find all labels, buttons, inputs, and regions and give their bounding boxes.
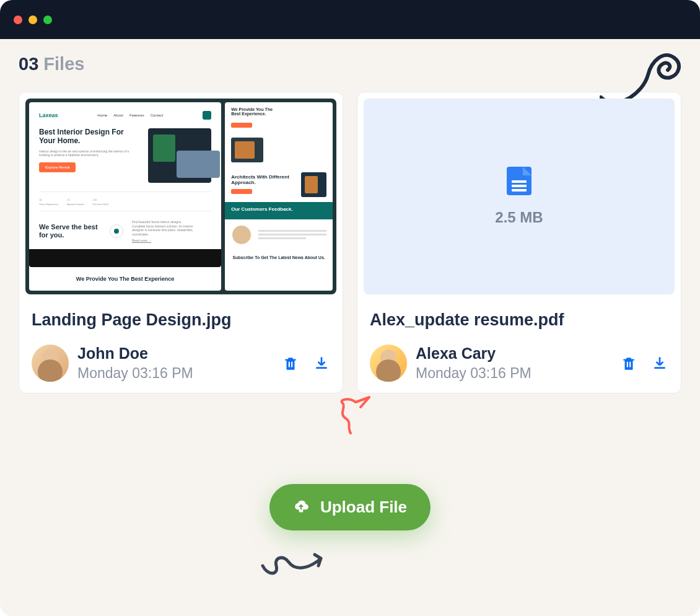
mock-feedback-title: Our Customers Feedback. xyxy=(231,207,326,213)
mock-avatar-icon xyxy=(231,224,252,245)
mock-brand-logo: Laxeas xyxy=(39,112,58,118)
mock-right-heading: We Provide You The Best Experience. xyxy=(231,107,273,116)
user-avatar xyxy=(32,345,69,382)
mock-right-image xyxy=(231,138,263,162)
zoom-window-dot[interactable] xyxy=(43,15,52,24)
page-title: 03 Files xyxy=(19,54,681,74)
cloud-upload-icon xyxy=(293,499,309,516)
file-thumbnail[interactable]: Laxeas Home About Features Contact xyxy=(25,99,336,294)
upload-button-label: Upload File xyxy=(320,498,407,517)
mock-subscribe-title: Subscribe To Get The Latest News About U… xyxy=(225,250,333,265)
mock-read-more: Read more → xyxy=(132,239,194,243)
mock-serve-desc: Find beautiful home interior designs. Co… xyxy=(132,220,194,236)
mock-hero-image xyxy=(148,128,211,183)
content-area: 03 Files Laxeas Home About xyxy=(0,39,700,394)
mock-nav-item: About xyxy=(113,113,123,117)
file-owner: Alexa Cary xyxy=(416,345,611,363)
file-card: 2.5 MB Alex_update resume.pdf Alexa Cary… xyxy=(357,92,681,394)
titlebar xyxy=(0,0,700,39)
trash-icon xyxy=(621,355,637,371)
trash-icon xyxy=(282,355,299,371)
delete-button[interactable] xyxy=(282,354,299,372)
mock-decor-circle-icon xyxy=(110,224,123,238)
file-owner: John Doe xyxy=(77,345,273,363)
thumbnail-mock-page: Laxeas Home About Features Contact xyxy=(25,99,336,294)
close-window-dot[interactable] xyxy=(14,15,22,24)
document-file-icon xyxy=(507,167,532,195)
decorative-squiggle-icon xyxy=(328,396,372,434)
delete-button[interactable] xyxy=(620,354,637,372)
file-thumbnail[interactable]: 2.5 MB xyxy=(364,99,675,294)
user-avatar xyxy=(370,345,407,382)
download-icon xyxy=(313,355,330,371)
mock-hero-subtitle: Interior design is the art and science o… xyxy=(39,149,132,157)
file-date: Monday 03:16 PM xyxy=(77,365,273,382)
file-cards-row: Laxeas Home About Features Contact xyxy=(19,92,681,394)
decorative-swirl-icon xyxy=(600,46,684,102)
mock-hamburger-icon xyxy=(203,111,211,120)
file-name: Alex_update resume.pdf xyxy=(370,310,668,330)
download-icon xyxy=(652,355,668,371)
mock-hero-title: Best Interior Design For Your Home. xyxy=(39,128,139,146)
mock-cta-button: Explore Rental xyxy=(39,162,76,172)
decorative-arrow-icon xyxy=(259,547,331,579)
page-title-text: Files xyxy=(38,54,84,74)
file-size: 2.5 MB xyxy=(495,209,543,226)
file-date: Monday 03:16 PM xyxy=(416,365,611,382)
app-window: 03 Files Laxeas Home About xyxy=(0,0,700,616)
mock-right-cta-icon xyxy=(231,123,252,128)
upload-file-button[interactable]: Upload File xyxy=(269,484,431,530)
mock-nav-item: Features xyxy=(129,113,144,117)
file-name: Landing Page Design.jpg xyxy=(32,310,330,330)
mock-architects-title: Architects With Different Approach. xyxy=(231,175,296,186)
mock-right-image xyxy=(301,172,326,197)
download-button[interactable] xyxy=(313,354,330,372)
file-count: 03 xyxy=(19,54,38,74)
minimize-window-dot[interactable] xyxy=(28,15,37,24)
file-card: Laxeas Home About Features Contact xyxy=(19,92,343,394)
mock-bottom-cta: We Provide You The Best Experience xyxy=(39,276,211,282)
mock-stats-row: 10Years Experience 25Awards Gained 120Fu… xyxy=(39,191,211,211)
mock-nav-menu: Home About Features Contact xyxy=(97,113,163,117)
mock-serve-title: We Serve the best for you. xyxy=(39,223,101,239)
mock-nav-item: Contact xyxy=(151,113,164,117)
mock-nav-item: Home xyxy=(97,113,107,117)
download-button[interactable] xyxy=(651,354,668,372)
